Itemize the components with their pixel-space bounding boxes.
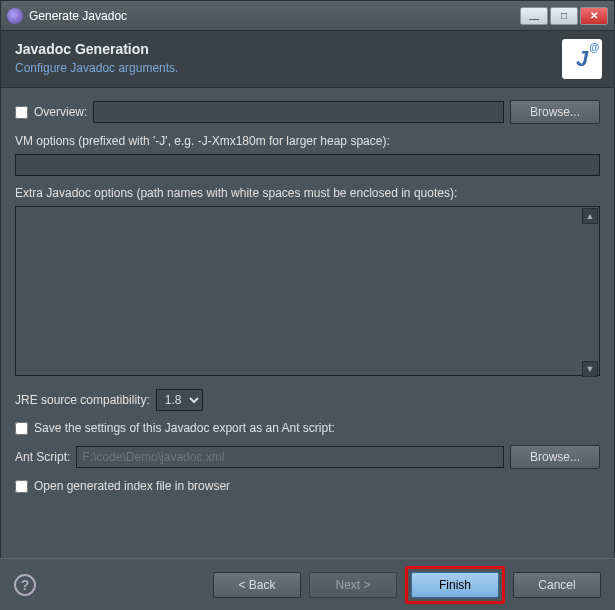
page-title: Javadoc Generation [15,41,600,57]
extra-options-textarea[interactable] [15,206,600,376]
vm-options-label: VM options (prefixed with '-J', e.g. -J-… [15,134,600,148]
jre-compat-label: JRE source compatibility: [15,393,150,407]
scroll-down-icon[interactable]: ▼ [582,361,598,377]
dialog-header: Javadoc Generation Configure Javadoc arg… [1,31,614,88]
save-ant-label: Save the settings of this Javadoc export… [34,421,335,435]
finish-button[interactable]: Finish [411,572,499,598]
overview-input[interactable] [93,101,504,123]
overview-browse-button[interactable]: Browse... [510,100,600,124]
ant-script-label: Ant Script: [15,450,70,464]
help-icon[interactable]: ? [14,574,36,596]
open-index-checkbox[interactable] [15,480,28,493]
cancel-button[interactable]: Cancel [513,572,601,598]
back-button[interactable]: < Back [213,572,301,598]
overview-checkbox[interactable] [15,106,28,119]
button-bar: ? < Back Next > Finish Cancel [0,558,615,610]
extra-options-label: Extra Javadoc options (path names with w… [15,186,600,200]
open-index-label: Open generated index file in browser [34,479,230,493]
scroll-up-icon[interactable]: ▲ [582,208,598,224]
close-button[interactable]: ✕ [580,7,608,25]
titlebar[interactable]: Generate Javadoc — □ ✕ [1,1,614,31]
minimize-button[interactable]: — [520,7,548,25]
ant-script-browse-button[interactable]: Browse... [510,445,600,469]
content-area: Overview: Browse... VM options (prefixed… [1,88,614,509]
next-button: Next > [309,572,397,598]
jre-compat-select[interactable]: 1.8 [156,389,203,411]
dialog-window: Generate Javadoc — □ ✕ Javadoc Generatio… [0,0,615,610]
finish-highlight: Finish [405,566,505,604]
ant-script-input[interactable] [76,446,504,468]
app-icon [7,8,23,24]
window-title: Generate Javadoc [29,9,520,23]
maximize-button[interactable]: □ [550,7,578,25]
save-ant-checkbox[interactable] [15,422,28,435]
overview-label: Overview: [34,105,87,119]
vm-options-input[interactable] [15,154,600,176]
javadoc-icon: @ J [562,39,602,79]
header-subtitle-link[interactable]: Configure Javadoc arguments. [15,61,600,75]
